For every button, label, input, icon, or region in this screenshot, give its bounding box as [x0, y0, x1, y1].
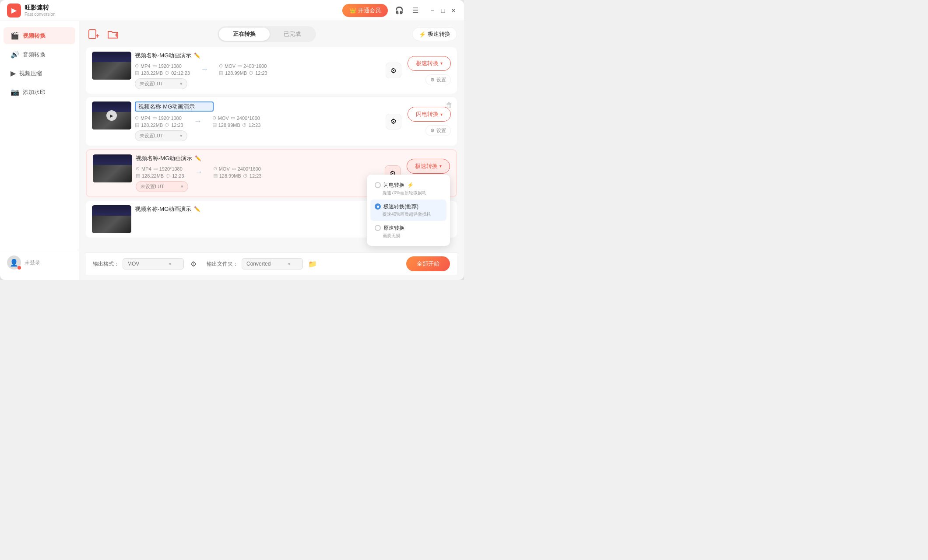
folder-browse-icon[interactable]: 📁	[306, 258, 319, 270]
sidebar-item-label: 视频压缩	[19, 70, 42, 77]
src-size: 128.22MB	[141, 70, 163, 76]
add-file-button[interactable]	[86, 26, 102, 42]
video-convert-icon: 🎬	[11, 32, 19, 40]
speed-convert-button[interactable]: ⚡ 极速转换	[412, 27, 457, 41]
convert-button[interactable]: 极速转换 ▾	[407, 159, 450, 174]
normal-desc: 画质无损	[375, 233, 442, 239]
dst-time-icon: ⏱	[249, 70, 253, 76]
sidebar: 🎬 视频转换 🔊 音频转换 ▶ 视频压缩 📷 添加水印 👤 未登录	[0, 21, 79, 280]
format-icon: ⊙	[135, 63, 139, 69]
dst-size-icon: ▤	[219, 70, 223, 76]
format-settings-icon[interactable]: ⚙	[187, 258, 200, 270]
convert-button[interactable]: 极速转换 ▾	[408, 56, 451, 71]
normal-label: 原速转换	[383, 224, 404, 232]
dst-resolution-icon: ▭	[237, 63, 242, 69]
arrow-right-icon: →	[190, 117, 205, 126]
convert-button[interactable]: 闪电转换 ▾	[408, 107, 451, 122]
dropdown-item-normal[interactable]: 原速转换 画质无损	[370, 221, 446, 242]
toolbar: 正在转换 已完成 ⚡ 极速转换	[86, 26, 457, 42]
app-window: ▶ 旺影速转 Fast conversion 👑 开通会员 🎧 ☰ － □ ✕	[0, 0, 464, 280]
menu-icon[interactable]: ☰	[411, 4, 420, 16]
gear-small-icon: ⚙	[430, 77, 435, 83]
app-logo-icon: ▶	[7, 4, 21, 18]
headphone-icon[interactable]: 🎧	[393, 4, 405, 16]
tab-done[interactable]: 已完成	[270, 28, 315, 41]
flash-desc: 提速70%画质轻微损耗	[375, 190, 442, 196]
format-select[interactable]: MOV ▾	[123, 258, 184, 270]
dropdown-item-speed[interactable]: 极速转换(推荐) 提速40%画质超轻微损耗	[370, 200, 446, 221]
tabs-container: 正在转换 已完成	[124, 26, 409, 42]
maximize-button[interactable]: □	[439, 7, 446, 14]
content-area: 正在转换 已完成 ⚡ 极速转换	[79, 21, 464, 280]
format-select-arrow: ▾	[169, 262, 171, 266]
lut-select[interactable]: 未设置LUT ▾	[136, 181, 188, 192]
format-field: 输出格式： MOV ▾ ⚙	[93, 258, 200, 270]
bottom-bar: 输出格式： MOV ▾ ⚙ 输出文件夹： Converted ▾ 📁	[86, 252, 457, 275]
arrow-right-icon: →	[197, 65, 212, 74]
arrow-right-icon: →	[191, 168, 206, 177]
login-text[interactable]: 未登录	[25, 259, 40, 266]
lut-select[interactable]: 未设置LUT ▾	[135, 78, 187, 89]
video-item: 视频名称-MG动画演示 ✏️ ⊙ MP4 ▭ 1920*1080	[86, 149, 457, 197]
video-title-input[interactable]	[135, 102, 214, 112]
audio-convert-icon: 🔊	[11, 50, 19, 59]
watermark-icon: 📷	[11, 88, 19, 96]
app-subtitle: Fast conversion	[25, 12, 56, 17]
start-all-button[interactable]: 全部开始	[406, 256, 450, 271]
dst-size: 128.99MB	[225, 70, 247, 76]
crown-icon: 👑	[349, 7, 356, 14]
src-resolution: 1920*1080	[158, 63, 182, 69]
video-thumbnail	[92, 52, 131, 80]
dst-resolution: 2400*1600	[243, 63, 267, 69]
lut-dropdown-arrow: ▾	[180, 81, 183, 87]
sidebar-item-add-watermark[interactable]: 📷 添加水印	[4, 84, 75, 101]
dst-format-icon: ⊙	[219, 63, 223, 69]
sidebar-item-video-compress[interactable]: ▶ 视频压缩	[4, 65, 75, 82]
tab-converting[interactable]: 正在转换	[219, 28, 270, 41]
settings-icon-button[interactable]: ⚙	[386, 114, 401, 130]
edit-title-icon[interactable]: ✏️	[194, 52, 200, 59]
video-list: 视频名称-MG动画演示 ✏️ ⊙ MP4 ▭ 1920*1080	[86, 47, 457, 252]
src-resolution: 1920*1080	[158, 116, 182, 121]
avatar-status-dot	[18, 266, 21, 270]
radio-flash	[375, 182, 381, 188]
app-name: 旺影速转	[25, 4, 56, 12]
play-button[interactable]: ▶	[106, 110, 117, 121]
item-settings-button[interactable]: ⚙ 设置	[425, 125, 451, 136]
convert-btn-arrow-icon: ▾	[440, 61, 443, 66]
video-title: 视频名称-MG动画演示	[136, 154, 192, 162]
src-duration: 02:12:23	[171, 70, 190, 76]
video-title: 视频名称-MG动画演示	[135, 52, 191, 60]
app-logo-text: 旺影速转 Fast conversion	[25, 4, 56, 17]
folder-select-arrow: ▾	[288, 262, 290, 266]
video-item: 🗑 ▶	[86, 97, 457, 146]
video-compress-icon: ▶	[11, 69, 16, 77]
folder-select[interactable]: Converted ▾	[242, 258, 303, 270]
dropdown-item-flash[interactable]: 闪电转换 ⚡ 提速70%画质轻微损耗	[370, 178, 446, 200]
vip-button[interactable]: 👑 开通会员	[342, 4, 388, 17]
lut-select[interactable]: 未设置LUT ▾	[135, 130, 187, 141]
dst-format: MOV	[225, 63, 236, 69]
dst-duration: 12:23	[255, 70, 267, 76]
edit-title-icon[interactable]: ✏️	[194, 206, 200, 212]
item-settings-button[interactable]: ⚙ 设置	[425, 74, 451, 85]
add-folder-button[interactable]	[105, 26, 121, 42]
settings-icon-button[interactable]: ⚙	[386, 63, 401, 78]
lightning-icon: ⚡	[419, 31, 426, 38]
src-format: MP4	[141, 116, 151, 121]
video-thumbnail	[93, 154, 132, 182]
minimize-button[interactable]: －	[429, 7, 436, 14]
time-icon: ⏱	[165, 70, 169, 76]
folder-label: 输出文件夹：	[207, 260, 238, 268]
video-thumbnail: ▶	[92, 102, 131, 130]
sidebar-item-audio-convert[interactable]: 🔊 音频转换	[4, 46, 75, 63]
close-button[interactable]: ✕	[450, 7, 457, 14]
sidebar-item-label: 视频转换	[23, 32, 46, 40]
edit-title-icon[interactable]: ✏️	[195, 155, 201, 161]
sidebar-item-video-convert[interactable]: 🎬 视频转换	[4, 27, 75, 44]
resolution-icon: ▭	[152, 63, 157, 69]
delete-icon[interactable]: 🗑	[446, 102, 453, 109]
sidebar-item-label: 添加水印	[23, 88, 46, 96]
avatar: 👤	[7, 256, 21, 270]
video-title: 视频名称-MG动画演示	[135, 205, 191, 213]
